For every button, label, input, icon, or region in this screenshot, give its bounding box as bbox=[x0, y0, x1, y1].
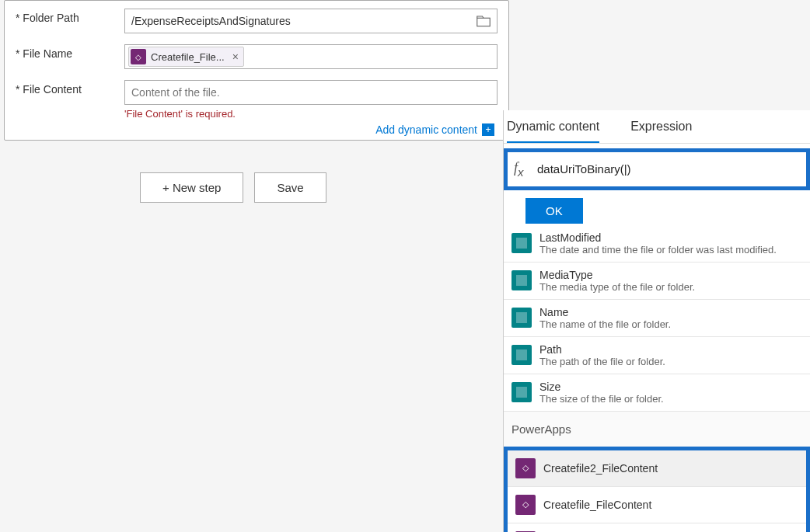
svg-rect-5 bbox=[516, 387, 527, 398]
expression-input[interactable] bbox=[537, 162, 800, 176]
pa-item-createfile-filecontent[interactable]: ◇ Createfile_FileContent bbox=[508, 487, 806, 523]
fx-icon: fx bbox=[514, 160, 529, 179]
dc-title: Path bbox=[539, 343, 802, 356]
powerapps-icon: ◇ bbox=[515, 495, 536, 515]
dc-desc: The media type of the file or folder. bbox=[539, 281, 802, 293]
folder-picker-icon[interactable] bbox=[477, 15, 491, 27]
svg-rect-2 bbox=[516, 275, 527, 286]
svg-rect-4 bbox=[516, 349, 527, 360]
file-content-input[interactable]: Content of the file. bbox=[124, 80, 498, 105]
pa-item-label: Createfile2_FileContent bbox=[543, 462, 658, 475]
dynamic-content-panel: Dynamic content Expression fx OK LastMod… bbox=[503, 110, 810, 532]
dc-desc: The name of the file or folder. bbox=[539, 318, 802, 330]
folder-path-label: Folder Path bbox=[16, 9, 124, 24]
sharepoint-icon bbox=[511, 382, 532, 402]
dc-item-name[interactable]: Name The name of the file or folder. bbox=[504, 300, 810, 337]
dc-title: Size bbox=[539, 381, 802, 393]
file-content-placeholder: Content of the file. bbox=[131, 86, 220, 99]
powerapps-icon: ◇ bbox=[515, 458, 536, 478]
powerapps-highlight: ◇ Createfile2_FileContent ◇ Createfile_F… bbox=[504, 447, 810, 532]
save-button[interactable]: Save bbox=[254, 172, 326, 203]
folder-path-row: Folder Path /ExpenseReceiptsAndSignature… bbox=[16, 9, 498, 33]
svg-rect-3 bbox=[516, 312, 527, 323]
plus-icon: + bbox=[482, 123, 494, 136]
expression-highlight: fx bbox=[504, 148, 810, 190]
new-step-button[interactable]: + New step bbox=[140, 172, 243, 203]
svg-rect-1 bbox=[516, 238, 527, 249]
add-dynamic-row: Add dynamic content + bbox=[16, 123, 498, 137]
dc-item-lastmodified[interactable]: LastModified The date and time the file … bbox=[504, 225, 810, 263]
file-content-error: 'File Content' is required. bbox=[124, 108, 498, 120]
fx-row: fx bbox=[508, 152, 806, 186]
dc-desc: The size of the file or folder. bbox=[539, 393, 802, 405]
file-name-row: File Name ◇ Createfile_File... × bbox=[16, 44, 498, 69]
dynamic-items-list: LastModified The date and time the file … bbox=[504, 225, 810, 412]
dc-item-size[interactable]: Size The size of the file or folder. bbox=[504, 374, 810, 412]
sharepoint-icon bbox=[511, 345, 532, 365]
file-content-label: File Content bbox=[16, 80, 124, 96]
svg-rect-0 bbox=[477, 18, 491, 26]
file-name-token[interactable]: ◇ Createfile_File... × bbox=[128, 47, 244, 67]
pa-item-createfile-filename[interactable]: ◇ Createfile_FileName bbox=[508, 523, 806, 532]
token-remove-icon[interactable]: × bbox=[232, 50, 239, 63]
panel-tabs: Dynamic content Expression bbox=[504, 110, 810, 144]
pa-item-label: Createfile_FileContent bbox=[543, 499, 651, 511]
folder-path-value: /ExpenseReceiptsAndSignatures bbox=[131, 15, 291, 27]
token-text: Createfile_File... bbox=[151, 51, 225, 63]
dc-item-path[interactable]: Path The path of the file or folder. bbox=[504, 337, 810, 374]
add-dynamic-label: Add dynamic content bbox=[375, 123, 477, 136]
dc-desc: The path of the file or folder. bbox=[539, 356, 802, 367]
sharepoint-icon bbox=[511, 270, 532, 290]
tab-expression[interactable]: Expression bbox=[630, 120, 692, 143]
dc-desc: The date and time the file or folder was… bbox=[539, 244, 802, 256]
dc-title: Name bbox=[539, 306, 802, 318]
tab-dynamic-content[interactable]: Dynamic content bbox=[507, 120, 599, 143]
powerapps-section-header: PowerApps bbox=[504, 412, 810, 447]
pa-item-createfile2-filecontent[interactable]: ◇ Createfile2_FileContent bbox=[508, 450, 806, 487]
file-content-row: File Content Content of the file. 'File … bbox=[16, 80, 498, 120]
ok-button[interactable]: OK bbox=[525, 198, 583, 224]
powerapps-icon: ◇ bbox=[131, 49, 146, 64]
action-card: Folder Path /ExpenseReceiptsAndSignature… bbox=[4, 0, 509, 141]
dc-title: LastModified bbox=[539, 231, 802, 244]
dc-item-mediatype[interactable]: MediaType The media type of the file or … bbox=[504, 263, 810, 300]
file-name-input[interactable]: ◇ Createfile_File... × bbox=[124, 44, 498, 69]
add-dynamic-content-link[interactable]: Add dynamic content + bbox=[375, 123, 494, 136]
folder-path-input[interactable]: /ExpenseReceiptsAndSignatures bbox=[124, 9, 498, 33]
dc-title: MediaType bbox=[539, 269, 802, 281]
sharepoint-icon bbox=[511, 233, 532, 253]
file-name-label: File Name bbox=[16, 44, 124, 60]
sharepoint-icon bbox=[511, 308, 532, 328]
step-buttons: + New step Save bbox=[140, 172, 326, 203]
